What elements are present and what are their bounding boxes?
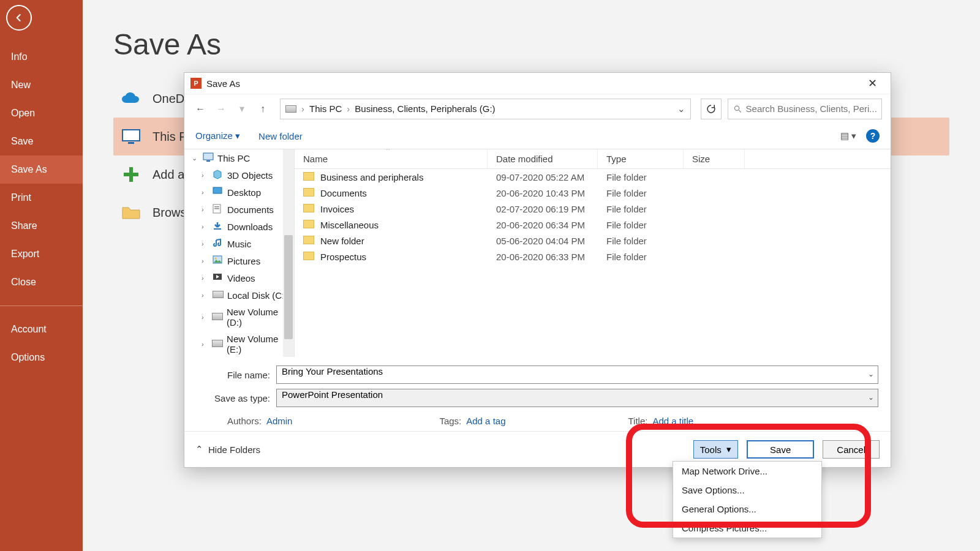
nav-up-button[interactable]: ↑: [255, 102, 270, 116]
dialog-fields: File name: Bring Your Presentations⌄ Sav…: [184, 357, 891, 431]
search-input[interactable]: [746, 103, 876, 114]
folder-icon: [303, 220, 314, 228]
chevron-down-icon[interactable]: ⌄: [868, 370, 874, 378]
file-row[interactable]: Miscellaneous20-06-2020 06:34 PMFile fol…: [295, 217, 891, 233]
menu-save-options[interactable]: Save Options...: [673, 481, 821, 500]
folder-tree[interactable]: ⌄This PC›3D Objects›Desktop›Documents›Do…: [184, 149, 295, 357]
sidebar-item-share[interactable]: Share: [0, 212, 83, 240]
menu-map-network-drive[interactable]: Map Network Drive...: [673, 462, 821, 481]
tree-item[interactable]: ›Videos: [184, 269, 294, 287]
newfolder-button[interactable]: New folder: [258, 131, 303, 141]
view-button[interactable]: ▤ ▾: [840, 130, 856, 141]
file-row[interactable]: Invoices02-07-2020 06:19 PMFile folder: [295, 201, 891, 217]
folder-icon: [121, 202, 141, 223]
dialog-title: Save As: [206, 78, 860, 89]
nav-recent-button[interactable]: ▾: [235, 102, 249, 116]
sidebar-item-info[interactable]: Info: [0, 43, 83, 71]
chevron-icon[interactable]: ›: [202, 274, 209, 282]
page-title: Save As: [113, 28, 949, 61]
3d-icon: [213, 170, 224, 181]
breadcrumb-seg[interactable]: Business, Clients, Peripherals (G:): [355, 103, 495, 114]
breadcrumb-sep: ›: [301, 103, 304, 114]
file-row[interactable]: Business and peripherals09-07-2020 05:22…: [295, 169, 891, 185]
tree-item-label: Local Disk (C:): [227, 290, 287, 301]
authors-value[interactable]: Admin: [266, 416, 293, 426]
tree-item[interactable]: ›New Volume (E:): [184, 331, 294, 357]
chevron-icon[interactable]: ›: [202, 171, 209, 179]
sidebar-item-export[interactable]: Export: [0, 240, 83, 268]
nav-back-button[interactable]: ←: [193, 102, 208, 116]
tree-item[interactable]: ⌄This PC: [184, 149, 294, 167]
back-button[interactable]: [6, 5, 32, 31]
filename-input[interactable]: Bring Your Presentations⌄: [276, 365, 878, 384]
tree-item-label: Pictures: [227, 256, 260, 266]
dialog-close-button[interactable]: ✕: [860, 74, 884, 92]
sidebar-item-options[interactable]: Options: [0, 343, 83, 372]
chevron-icon[interactable]: ›: [202, 240, 209, 247]
savetype-combo[interactable]: PowerPoint Presentation⌄: [276, 389, 878, 407]
sort-indicator-icon: ⌃: [385, 149, 391, 155]
tree-item[interactable]: ›Local Disk (C:): [184, 287, 294, 304]
folder-icon: [303, 236, 314, 244]
drive-icon: [285, 105, 296, 113]
sidebar-item-new[interactable]: New: [0, 71, 83, 99]
organize-button[interactable]: Organize ▾: [195, 130, 240, 141]
svg-point-14: [215, 258, 217, 260]
col-size[interactable]: Size: [684, 149, 745, 168]
drive-icon: [212, 339, 223, 350]
dialog-titlebar: P Save As ✕: [184, 73, 891, 94]
chevron-up-icon: ⌃: [195, 444, 203, 455]
chevron-icon[interactable]: ›: [202, 340, 208, 348]
chevron-icon[interactable]: ›: [202, 313, 208, 321]
filename-label: File name:: [197, 370, 276, 380]
chevron-icon[interactable]: ›: [202, 257, 209, 264]
plus-icon: [121, 164, 141, 185]
menu-compress-pictures[interactable]: Compress Pictures...: [673, 519, 821, 538]
tree-scrollbar-thumb[interactable]: [284, 235, 293, 339]
sidebar-item-saveas[interactable]: Save As: [0, 156, 83, 184]
title-value[interactable]: Add a title: [652, 416, 693, 426]
file-row[interactable]: Prospectus20-06-2020 06:33 PMFile folder: [295, 249, 891, 264]
chevron-icon[interactable]: ›: [202, 206, 209, 213]
sidebar-item-account[interactable]: Account: [0, 315, 83, 343]
hidefolders-button[interactable]: ⌃ Hide Folders: [195, 444, 260, 455]
tags-value[interactable]: Add a tag: [466, 416, 505, 426]
tree-item-label: 3D Objects: [227, 170, 273, 181]
chevron-icon[interactable]: ›: [202, 291, 209, 299]
chevron-icon[interactable]: ⌄: [192, 154, 199, 162]
svg-rect-0: [123, 130, 140, 141]
save-button[interactable]: Save: [747, 440, 814, 459]
tools-button[interactable]: Tools ▾: [693, 440, 738, 459]
breadcrumb-seg[interactable]: This PC: [309, 103, 342, 114]
search-box[interactable]: [728, 99, 882, 119]
chevron-icon[interactable]: ›: [202, 189, 209, 196]
chevron-down-icon[interactable]: ⌄: [868, 393, 874, 402]
col-name[interactable]: Name: [295, 149, 488, 168]
menu-general-options[interactable]: General Options...: [673, 500, 821, 519]
tree-scrollbar[interactable]: [283, 149, 294, 357]
folder-icon: [303, 172, 314, 181]
chevron-down-icon[interactable]: ⌄: [677, 103, 685, 114]
tree-item[interactable]: ›Documents: [184, 201, 294, 218]
refresh-button[interactable]: [701, 99, 722, 119]
sidebar-item-save[interactable]: Save: [0, 127, 83, 156]
tree-item[interactable]: ›New Volume (D:): [184, 304, 294, 331]
tree-item[interactable]: ›Music: [184, 235, 294, 252]
tree-item[interactable]: ›Downloads: [184, 218, 294, 235]
file-row[interactable]: New folder05-06-2020 04:04 PMFile folder: [295, 233, 891, 249]
music-icon: [213, 238, 224, 249]
breadcrumb-bar[interactable]: › This PC › Business, Clients, Periphera…: [280, 99, 691, 119]
col-date[interactable]: Date modified: [488, 149, 598, 168]
col-type[interactable]: Type: [598, 149, 684, 168]
nav-forward-button[interactable]: →: [214, 102, 228, 116]
tree-item[interactable]: ›Pictures: [184, 252, 294, 269]
sidebar-item-close[interactable]: Close: [0, 268, 83, 296]
tree-item[interactable]: ›Desktop: [184, 184, 294, 201]
chevron-icon[interactable]: ›: [202, 223, 209, 230]
tree-item[interactable]: ›3D Objects: [184, 167, 294, 184]
sidebar-item-print[interactable]: Print: [0, 184, 83, 212]
help-button[interactable]: ?: [866, 129, 880, 143]
sidebar-item-open[interactable]: Open: [0, 99, 83, 127]
file-row[interactable]: Documents20-06-2020 10:43 PMFile folder: [295, 185, 891, 201]
cancel-button[interactable]: Cancel: [823, 440, 880, 459]
